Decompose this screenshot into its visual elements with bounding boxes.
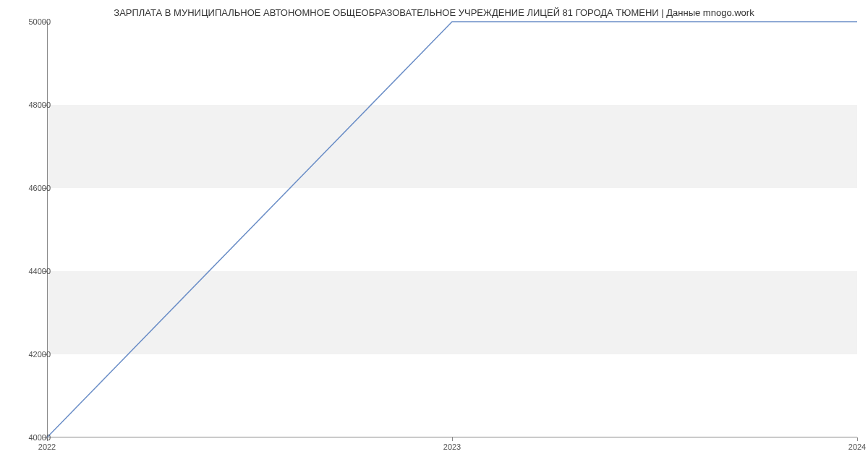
- x-tick-mark: [452, 437, 453, 441]
- y-tick-label: 42000: [28, 350, 51, 359]
- x-tick-label: 2023: [443, 443, 461, 451]
- x-tick-mark: [857, 437, 858, 441]
- y-tick-label: 40000: [28, 433, 51, 442]
- line-layer: [47, 22, 857, 437]
- data-line: [47, 22, 857, 437]
- x-tick-label: 2024: [848, 443, 866, 451]
- y-tick-label: 50000: [28, 17, 51, 26]
- plot-area: [47, 22, 857, 437]
- y-tick-label: 44000: [28, 267, 51, 275]
- chart-container: ЗАРПЛАТА В МУНИЦИПАЛЬНОЕ АВТОНОМНОЕ ОБЩЕ…: [0, 0, 868, 470]
- y-tick-label: 46000: [28, 184, 51, 192]
- chart-title: ЗАРПЛАТА В МУНИЦИПАЛЬНОЕ АВТОНОМНОЕ ОБЩЕ…: [0, 0, 868, 18]
- x-tick-label: 2022: [38, 443, 56, 451]
- y-tick-label: 48000: [28, 101, 51, 109]
